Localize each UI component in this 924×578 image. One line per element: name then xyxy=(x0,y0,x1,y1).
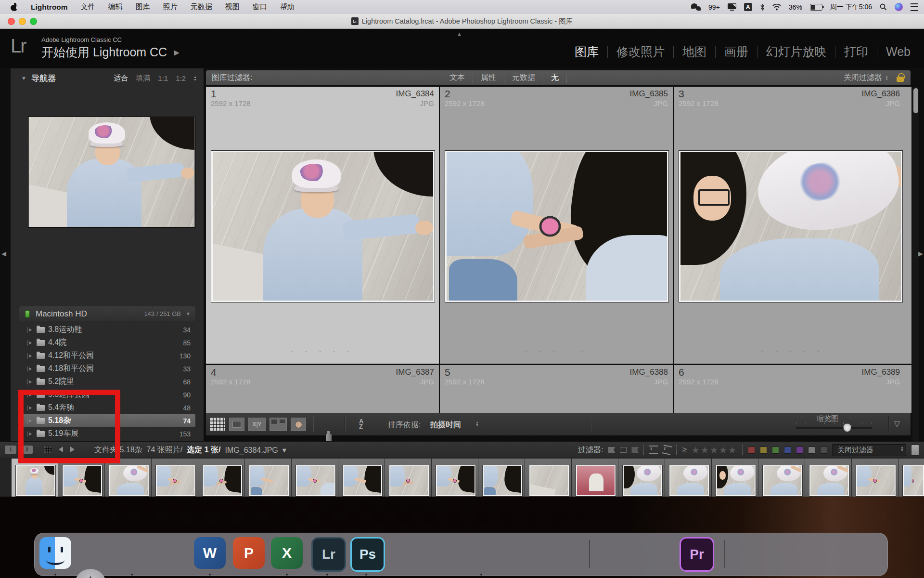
menu-file[interactable]: 文件 xyxy=(81,2,95,12)
folder-row[interactable]: 3.8运动鞋34 xyxy=(19,323,195,336)
filter-metadata[interactable]: 元数据 xyxy=(504,73,543,83)
grid-cell[interactable]: 4 IMG_6387 2592 x 1728 JPG xyxy=(206,365,439,413)
navigator-preview-image[interactable] xyxy=(28,117,195,227)
cell-controls-dots[interactable]: · · · · · xyxy=(206,347,439,355)
bluetooth-icon[interactable] xyxy=(760,3,765,11)
photo-IMG_6385[interactable] xyxy=(445,151,668,302)
folder-row[interactable]: 5.2院里68 xyxy=(19,375,195,388)
folder-disclosure-icon[interactable] xyxy=(27,327,33,333)
filmstrip-filter-preset[interactable]: 关闭过滤器 ▲▼ xyxy=(832,444,906,456)
cell-controls-dots[interactable]: · · · · · xyxy=(440,347,673,355)
folder-disclosure-icon[interactable] xyxy=(27,353,33,359)
scrollbar-thumb[interactable] xyxy=(913,88,918,113)
folder-disclosure-icon[interactable] xyxy=(27,379,33,385)
flag-picked-icon[interactable] xyxy=(608,447,615,453)
main-window-button[interactable]: 1 xyxy=(5,446,16,454)
folder-name[interactable]: 5.2院里 xyxy=(48,377,74,387)
grid-cell[interactable]: 6 IMG_6389 2592 x 1728 JPG xyxy=(674,365,911,413)
folder-name[interactable]: 4.4院 xyxy=(48,338,66,348)
navigator-collapse-icon[interactable]: ▼ xyxy=(21,75,26,81)
slider-knob[interactable] xyxy=(843,423,851,432)
folder-name[interactable]: 4.18和平公园 xyxy=(48,364,94,374)
rating-stars[interactable]: ★★★★★ xyxy=(692,445,737,456)
folder-disclosure-icon[interactable] xyxy=(27,340,33,346)
filter-none[interactable]: 无 xyxy=(543,73,567,83)
menu-view[interactable]: 视图 xyxy=(225,2,240,12)
launchpad-dock-icon[interactable] xyxy=(75,569,106,578)
module-develop[interactable]: 修改照片 xyxy=(616,44,665,60)
apple-menu-icon[interactable] xyxy=(11,3,18,11)
color-label-red[interactable] xyxy=(748,447,755,454)
survey-view-button[interactable] xyxy=(270,418,287,431)
filter-preset-spinner-icon[interactable]: ▲▼ xyxy=(900,446,904,452)
flag-rejected-icon[interactable] xyxy=(631,447,639,453)
module-book[interactable]: 画册 xyxy=(724,44,748,60)
toolbar-expand-arrow[interactable]: ▽ xyxy=(894,419,900,428)
input-method-icon[interactable]: A xyxy=(744,3,752,11)
loupe-view-button[interactable] xyxy=(229,418,244,431)
module-map[interactable]: 地图 xyxy=(682,44,706,60)
color-label-custom[interactable] xyxy=(820,447,827,454)
photoshop-dock-icon[interactable]: Ps xyxy=(350,537,385,572)
unedited-filter-icon[interactable] xyxy=(662,445,672,455)
edited-filter-icon[interactable] xyxy=(649,446,658,454)
wifi-icon[interactable] xyxy=(772,4,781,11)
color-label-purple[interactable] xyxy=(796,447,803,454)
menu-app-name[interactable]: Lightroom xyxy=(31,3,68,12)
excel-dock-icon[interactable]: X xyxy=(271,537,303,569)
right-panel-show-arrow[interactable]: ▶ xyxy=(918,250,923,257)
zoom-fill[interactable]: 填满 xyxy=(136,74,150,83)
folder-name[interactable]: 3.8运动鞋 xyxy=(48,325,82,335)
filter-attribute[interactable]: 属性 xyxy=(473,73,504,83)
folder-name[interactable]: 4.12和平公园 xyxy=(48,351,94,361)
volume-macintosh-hd[interactable]: Macintosh HD 143 / 251 GB ▼ xyxy=(19,306,195,321)
spotlight-search-icon[interactable] xyxy=(880,3,887,11)
menu-help[interactable]: 帮助 xyxy=(280,2,295,12)
powerpoint-dock-icon[interactable]: P xyxy=(233,537,265,569)
folder-row[interactable]: 4.18和平公园33 xyxy=(19,362,195,375)
menu-window[interactable]: 窗口 xyxy=(253,2,267,12)
menu-metadata[interactable]: 元数据 xyxy=(191,2,212,12)
filmstrip-source-path[interactable]: 文件夹:5.18杂 74 张照片/ 选定 1 张/ IMG_6384.JPG ▾ xyxy=(94,445,286,455)
module-web[interactable]: Web xyxy=(886,45,911,59)
zoom-1-2[interactable]: 1:2 xyxy=(176,74,186,82)
grid-cell[interactable]: 3 IMG_6386 2592 x 1728 JPG · · · · · xyxy=(674,87,911,364)
battery-icon[interactable] xyxy=(810,4,822,11)
color-label-blue[interactable] xyxy=(784,447,791,454)
folder-row[interactable]: 4.12和平公园130 xyxy=(19,349,195,362)
grid-cell[interactable]: 2 IMG_6385 2592 x 1728 JPG · · · · · xyxy=(440,87,673,364)
module-slideshow[interactable]: 幻灯片放映 xyxy=(766,44,826,60)
word-dock-icon[interactable]: W xyxy=(194,537,226,569)
color-label-none[interactable] xyxy=(808,447,815,454)
color-label-green[interactable] xyxy=(772,447,779,454)
filter-close-spinner-icon[interactable]: ▲▼ xyxy=(885,75,888,81)
grid-vertical-scrollbar[interactable] xyxy=(912,87,919,441)
zoom-1-1[interactable]: 1:1 xyxy=(158,74,168,82)
color-label-yellow[interactable] xyxy=(760,447,767,454)
premiere-dock-icon[interactable]: Pr xyxy=(680,537,714,572)
zoom-fit[interactable]: 适合 xyxy=(114,74,128,83)
grid-cell-selected[interactable]: 1 IMG_6384 2592 x 1728 JPG · · · · · xyxy=(206,87,439,364)
source-caret-icon[interactable]: ▾ xyxy=(282,446,286,455)
folder-disclosure-icon[interactable] xyxy=(27,366,33,372)
volume-collapse-icon[interactable]: ▼ xyxy=(186,311,191,316)
left-panel-show-arrow[interactable]: ◀ xyxy=(1,250,6,257)
cell-controls-dots[interactable]: · · · · · xyxy=(674,347,911,355)
zoom-spinner-icon[interactable]: ▲▼ xyxy=(193,76,197,81)
module-library[interactable]: 图库 xyxy=(575,44,599,60)
photo-IMG_6386[interactable] xyxy=(679,151,902,302)
grid-cell[interactable]: 5 IMG_6388 2592 x 1728 JPG xyxy=(440,365,673,413)
menu-library[interactable]: 图库 xyxy=(136,2,150,12)
wechat-status-icon[interactable] xyxy=(691,3,701,11)
filter-text[interactable]: 文本 xyxy=(442,73,473,83)
grid-view-button[interactable] xyxy=(210,418,225,431)
photo-IMG_6384[interactable] xyxy=(211,151,435,302)
compare-view-button[interactable]: X|Y xyxy=(248,418,266,431)
thumbnail-size-slider[interactable] xyxy=(796,427,872,429)
sort-direction-icon[interactable]: AZ xyxy=(359,419,363,431)
menu-photo[interactable]: 照片 xyxy=(163,2,178,12)
top-panel-collapse-arrow[interactable]: ▲ xyxy=(456,30,462,38)
brand-line-big[interactable]: 开始使用 Lightroom CC xyxy=(41,44,167,60)
filter-close-label[interactable]: 关闭过滤器 xyxy=(844,73,882,83)
finder-dock-icon[interactable] xyxy=(39,537,71,569)
